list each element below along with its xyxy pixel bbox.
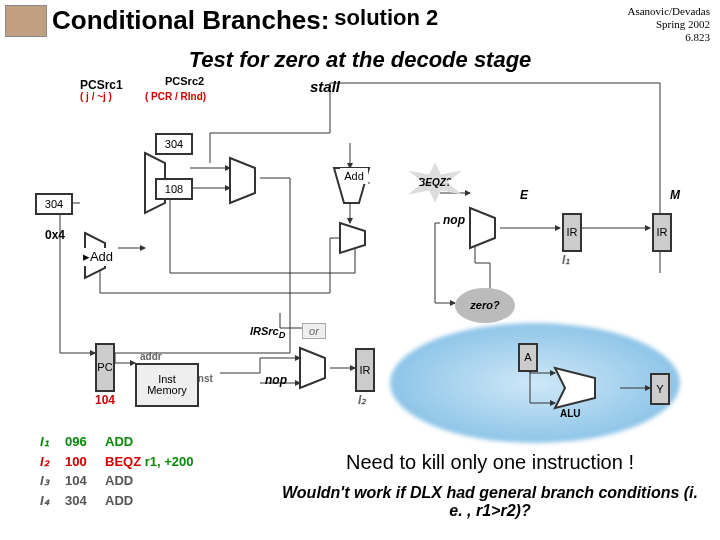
or-box: or	[302, 323, 326, 339]
const-108: 108	[155, 178, 193, 200]
const-304a: 304	[155, 133, 193, 155]
irow-2: I₂100BEQZ r1, +200	[40, 452, 194, 472]
lbl-pcsrc2: PCSrc2	[165, 75, 204, 87]
logo-icon	[5, 5, 47, 37]
add-small: ▸Add	[80, 248, 116, 266]
const-104: 104	[95, 393, 115, 407]
kill-text: Need to kill only one instruction !	[280, 451, 700, 474]
const-304b: 304	[35, 193, 73, 215]
y-reg: Y	[650, 373, 670, 405]
ir-box-m: IR	[652, 213, 672, 252]
lbl-i2: I₂	[358, 393, 366, 407]
instruction-list: I₁096ADD I₂100BEQZ r1, +200 I₃104ADD I₄3…	[40, 432, 194, 510]
irow-1: I₁096ADD	[40, 432, 194, 452]
pipeline-diagram: PCSrc1 ( j / ~j ) PCSrc2 ( PCR / RInd) s…	[0, 73, 720, 433]
zero-oval: zero?	[455, 288, 515, 323]
ir-box-e: IR	[562, 213, 582, 252]
course-line2: Spring 2002	[628, 18, 710, 31]
add-label: Add	[340, 168, 368, 184]
lbl-pcsrc2-note: ( PCR / RInd)	[145, 91, 206, 102]
subtitle: Test for zero at the decode stage	[0, 47, 720, 73]
course-line3: 6.823	[628, 31, 710, 44]
pc-reg: PC	[95, 343, 115, 392]
lbl-pcsrc1-note: ( j / ~j )	[80, 91, 112, 102]
ir-box-d: IR	[355, 348, 375, 392]
course-line1: Asanovic/Devadas	[628, 5, 710, 18]
title-main: Conditional Branches:	[52, 5, 329, 36]
const-0x4: 0x4	[45, 228, 65, 242]
lbl-addr: addr	[140, 351, 162, 362]
irow-3: I₃104ADD	[40, 471, 194, 491]
lbl-E: E	[520, 188, 528, 202]
lbl-nop2: nop	[265, 373, 287, 387]
lbl-stall: stall	[310, 78, 340, 95]
title-sub: solution 2	[334, 5, 438, 31]
slide-header: Conditional Branches: solution 2 Asanovi…	[0, 0, 720, 45]
a-reg: A	[518, 343, 538, 372]
lbl-pcsrc1: PCSrc1	[80, 78, 123, 92]
footer-text: Need to kill only one instruction ! Woul…	[280, 451, 700, 520]
lbl-i1: I₁	[562, 253, 570, 267]
imem-box: Inst Memory	[135, 363, 199, 407]
lbl-nop1: nop	[443, 213, 465, 227]
lbl-M: M	[670, 188, 680, 202]
irow-4: I₄304ADD	[40, 491, 194, 511]
dlx-text: Wouldn't work if DLX had general branch …	[280, 484, 700, 520]
course-info: Asanovic/Devadas Spring 2002 6.823	[628, 5, 710, 45]
lbl-alu: ALU	[560, 408, 581, 419]
lbl-irsrc: IRSrcD	[250, 325, 285, 340]
